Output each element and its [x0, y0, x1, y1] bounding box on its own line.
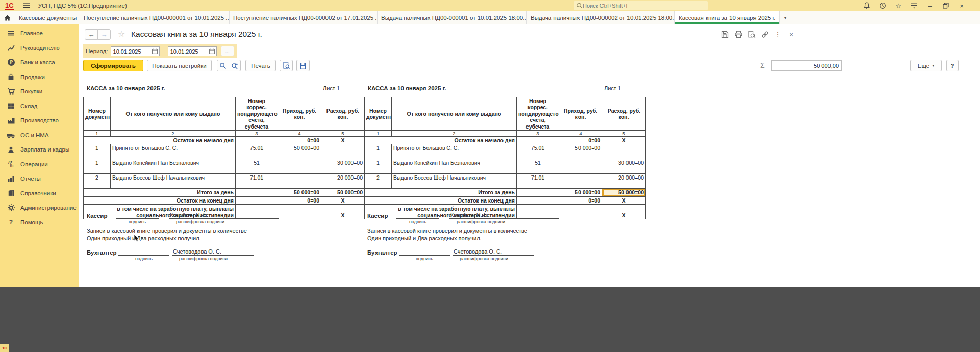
col-num[interactable]: 5: [321, 130, 365, 136]
tab-cash-receipt-1[interactable]: Поступление наличных НД00-000001 от 10.0…: [80, 11, 230, 24]
sidebar-item-manager[interactable]: Руководителю: [0, 41, 79, 56]
cell-account[interactable]: 71.01: [517, 174, 559, 189]
print-preview-icon[interactable]: [747, 30, 756, 38]
favorites-star-icon[interactable]: ☆: [894, 2, 902, 10]
cell[interactable]: [517, 189, 559, 196]
cell-total-in[interactable]: 50 000=00: [559, 189, 602, 196]
sidebar-item-operations[interactable]: Дт Кт Операции: [0, 157, 79, 172]
col-num[interactable]: 5: [602, 130, 646, 136]
col-num[interactable]: 2: [392, 130, 517, 136]
sidebar-item-production[interactable]: Производство: [0, 113, 79, 128]
col-header-in[interactable]: Приход, руб. коп.: [278, 97, 321, 131]
close-form-icon[interactable]: ×: [787, 30, 795, 38]
global-search[interactable]: [574, 1, 708, 10]
cell-in[interactable]: [278, 159, 321, 174]
main-menu-icon[interactable]: [23, 1, 30, 10]
cell-in[interactable]: 50 000=00: [559, 144, 602, 159]
cell-account[interactable]: 75.01: [517, 144, 559, 159]
col-header-account[interactable]: Номер коррес-пондирующего счета, субсчет…: [517, 97, 559, 131]
find-button[interactable]: [217, 60, 229, 71]
close-window-button[interactable]: ×: [958, 2, 966, 10]
col-header-payee[interactable]: От кого получено или кому выдано: [111, 97, 236, 131]
favorite-star-icon[interactable]: ☆: [118, 29, 125, 39]
calendar-icon[interactable]: [208, 47, 216, 56]
cell-doc-num[interactable]: 1: [365, 159, 392, 174]
cell-doc-num[interactable]: 1: [365, 144, 392, 159]
cell-payee[interactable]: Принято от Большов С. С.: [111, 144, 236, 159]
col-header-out[interactable]: Расход, руб. коп.: [321, 97, 365, 131]
history-back-button[interactable]: ←: [85, 29, 98, 40]
sidebar-item-fixed-assets[interactable]: ОС и НМА: [0, 128, 79, 143]
print-button[interactable]: Печать: [245, 60, 276, 71]
save-button[interactable]: [296, 60, 310, 71]
cell-opening-label[interactable]: Остаток на начало дня: [365, 137, 517, 144]
col-header-out[interactable]: Расход, руб. коп.: [602, 97, 646, 131]
cell-in[interactable]: [559, 174, 602, 189]
cell-total-label[interactable]: Итого за день: [365, 189, 517, 196]
sidebar-item-reports[interactable]: Отчеты: [0, 171, 79, 186]
col-num[interactable]: 1: [365, 130, 392, 136]
cell-payee[interactable]: Принято от Большов С. С.: [392, 144, 517, 159]
sidebar-item-salary-hr[interactable]: Зарплата и кадры: [0, 142, 79, 157]
cell[interactable]: [236, 189, 278, 196]
minimize-button[interactable]: –: [926, 2, 934, 10]
cell-closing-label[interactable]: Остаток на конец дня: [365, 196, 517, 204]
cell-account[interactable]: 51: [236, 159, 278, 174]
col-header-doc[interactable]: Номер документа: [365, 97, 392, 131]
period-more-button[interactable]: ...: [221, 46, 234, 56]
cell-payee[interactable]: Выдано Боссов Шеф Начальникович: [111, 174, 236, 189]
help-button[interactable]: ?: [946, 60, 959, 71]
cell-opening-out[interactable]: X: [602, 137, 646, 144]
cell-opening-in[interactable]: 0=00: [559, 137, 602, 144]
col-num[interactable]: 1: [84, 130, 111, 136]
cell-out[interactable]: [602, 144, 646, 159]
cell[interactable]: [236, 196, 278, 204]
sidebar-item-directories[interactable]: Справочники: [0, 186, 79, 201]
cell-closing-out[interactable]: X: [602, 196, 646, 204]
tab-cash-receipt-2[interactable]: Поступление наличных НД00-000002 от 17.0…: [230, 11, 378, 24]
cell-out[interactable]: 30 000=00: [321, 159, 365, 174]
cell-opening-out[interactable]: X: [321, 137, 365, 144]
cell-total-in[interactable]: 50 000=00: [278, 189, 321, 196]
cell-out[interactable]: [321, 144, 365, 159]
cell-closing-in[interactable]: 0=00: [278, 196, 321, 204]
show-settings-button[interactable]: Показать настройки: [147, 60, 212, 71]
cash-book-table-right[interactable]: Номер документа От кого получено или ком…: [364, 97, 646, 219]
sidebar-item-help[interactable]: ? Помощь: [0, 215, 79, 230]
sidebar-item-main[interactable]: Главное: [0, 26, 79, 41]
cell-account[interactable]: 51: [517, 159, 559, 174]
sidebar-item-administration[interactable]: Администрирование: [0, 200, 79, 215]
cash-book-table-left[interactable]: Номер документа От кого получено или ком…: [83, 97, 365, 219]
sidebar-item-warehouse[interactable]: Склад: [0, 99, 79, 114]
col-num[interactable]: 3: [517, 130, 559, 136]
tab-cash-issue-2[interactable]: Выдача наличных НД00-000002 от 10.01.202…: [527, 11, 675, 24]
history-icon[interactable]: [878, 2, 887, 10]
cell-payee[interactable]: Выдано Боссов Шеф Начальникович: [392, 174, 517, 189]
cell-payee[interactable]: Выдано Копейкин Нал Безналович: [392, 159, 517, 174]
autosum-field[interactable]: [771, 60, 842, 71]
preview-button[interactable]: [280, 60, 293, 71]
col-header-payee[interactable]: От кого получено или кому выдано: [392, 97, 517, 131]
notifications-bell-icon[interactable]: [863, 2, 871, 10]
cell-closing-label[interactable]: Остаток на конец дня: [84, 196, 236, 204]
col-num[interactable]: 4: [559, 130, 602, 136]
cell-out[interactable]: 20 000=00: [321, 174, 365, 189]
cell-in[interactable]: [559, 159, 602, 174]
cell-opening-in[interactable]: 0=00: [278, 137, 321, 144]
more-actions-icon[interactable]: ⋮: [774, 30, 782, 38]
col-header-account[interactable]: Номер коррес-пондирующего счета, субсчет…: [236, 97, 278, 131]
print-icon[interactable]: [734, 30, 742, 38]
sidebar-item-bank-cash[interactable]: ₽ Банк и касса: [0, 55, 79, 70]
history-forward-button[interactable]: →: [97, 29, 111, 40]
col-num[interactable]: 3: [236, 130, 278, 136]
reset-search-button[interactable]: [229, 60, 241, 71]
tab-home[interactable]: [0, 11, 15, 24]
tab-cash-book-active[interactable]: Кассовая книга за 10 января 2025 г. ×: [675, 11, 780, 24]
taskbar-1c-icon[interactable]: 1С: [0, 344, 9, 352]
sidebar-item-purchases[interactable]: Покупки: [0, 84, 79, 99]
tabs-overflow-button[interactable]: ▾: [780, 11, 791, 24]
cell-doc-num[interactable]: 1: [84, 144, 111, 159]
generate-button[interactable]: Сформировать: [83, 60, 143, 71]
tab-cash-issue-1[interactable]: Выдача наличных НД00-000001 от 10.01.202…: [378, 11, 527, 24]
service-menu-icon[interactable]: [910, 2, 918, 10]
